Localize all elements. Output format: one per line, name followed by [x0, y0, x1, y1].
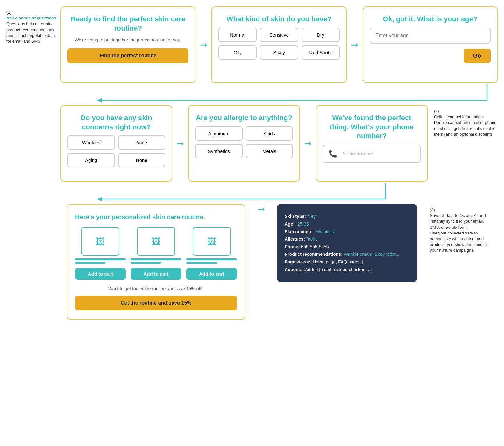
data-pageviews: Page views: [Home page, FAQ page...] [285, 258, 409, 266]
arrow-1-2: ➞ [195, 40, 211, 50]
skin-btn-redspots[interactable]: Red Spots [302, 45, 340, 60]
skin-btn-scaly[interactable]: Scaly [260, 45, 298, 60]
annotation-1: (1) Ask a series of questions: Questions… [6, 6, 60, 44]
data-products-value: Wrinkle cream, Body lotion... [344, 252, 401, 257]
step-1-num: (1) [6, 10, 60, 15]
product-item-2: 🖼 Add to cart [131, 227, 181, 280]
skin-btn-sensitive[interactable]: Sensitive [260, 28, 298, 42]
data-card: Skin type: "Dry" Age: "25-35" Skin conce… [277, 204, 417, 282]
concern-btn-wrinkles[interactable]: Wrinkles [67, 135, 115, 150]
data-allergies-label: Allergies: [285, 236, 306, 241]
get-routine-button[interactable]: Get the routine and save 15% [75, 296, 237, 310]
svg-marker-2 [97, 98, 102, 103]
card-skin-title: What kind of skin do you have? [218, 15, 339, 24]
results-card: Here's your personalized skin care routi… [67, 204, 245, 320]
data-skin-label: Skin type: [285, 214, 307, 219]
allergy-btn-synthetics[interactable]: Synthetics [195, 144, 243, 158]
concern-btn-aging[interactable]: Aging [67, 153, 115, 167]
product-line-2b [131, 262, 161, 264]
data-concern-value: "Wrinkles" [315, 229, 335, 234]
arrow-right-icon: ➞ [200, 40, 207, 50]
go-button[interactable]: Go [464, 49, 491, 63]
row2-to-row3-connector [60, 182, 498, 204]
product-line-1b [75, 262, 105, 264]
arrow-right-icon-5: ➞ [258, 204, 265, 214]
data-concern-label: Skin concern: [285, 229, 315, 234]
step-2-num: (2) [434, 108, 498, 114]
data-age-label: Age: [285, 221, 296, 227]
product-line-1a [75, 258, 126, 260]
arrow-4-5: ➞ [172, 138, 188, 149]
data-actions-value: [Added to cart, started checkout...] [304, 267, 372, 272]
arrow-5-6: ➞ [300, 138, 316, 149]
svg-marker-5 [97, 197, 102, 201]
product-line-3b [186, 262, 217, 264]
product-img-icon-1: 🖼 [96, 236, 105, 247]
allergy-btn-acids[interactable]: Acids [246, 126, 293, 141]
card-concerns: Do you have any skin concerns right now?… [60, 105, 172, 182]
results-to-data-arrow: ➞ [252, 204, 271, 214]
card-intro-title: Ready to find the perfect skin care rout… [67, 15, 188, 33]
data-age-value: "25-35" [296, 221, 310, 227]
concern-btn-acne[interactable]: Acne [118, 135, 166, 150]
add-to-cart-btn-2[interactable]: Add to cart [131, 268, 181, 280]
concerns-grid: Wrinkles Acne Aging None [67, 135, 165, 167]
row-2: Do you have any skin concerns right now?… [6, 105, 498, 182]
annotation-2: (2) Collect contact information: People … [434, 105, 498, 137]
step-2-title: Collect contact information: [434, 114, 498, 120]
product-item-3: 🖼 Add to cart [186, 227, 237, 280]
card-allergies-title: Are you allergic to anything? [195, 113, 293, 123]
phone-icon: 📞 [329, 150, 337, 158]
skin-btn-dry[interactable]: Dry [302, 28, 340, 42]
phone-placeholder: Phone number [340, 151, 374, 157]
data-pageviews-label: Page views: [285, 259, 311, 264]
row-3: Here's your personalized skin care routi… [6, 204, 498, 320]
arrow-right-icon-3: ➞ [177, 138, 184, 149]
data-age: Age: "25-35" [285, 220, 409, 228]
data-allergies: Allergies: "none" [285, 235, 409, 243]
skin-btn-normal[interactable]: Normal [218, 28, 257, 42]
find-routine-button[interactable]: Find the perfect routine [67, 48, 188, 63]
main-container: (1) Ask a series of questions: Questions… [6, 6, 498, 320]
connector-svg-2 [60, 182, 498, 204]
skin-type-grid: Normal Sensitive Dry Oily Scaly Red Spot… [218, 28, 339, 60]
step-1-title: Ask a series of questions: [6, 15, 60, 21]
skin-btn-oily[interactable]: Oily [218, 45, 257, 60]
add-to-cart-btn-1[interactable]: Add to cart [75, 268, 126, 280]
product-lines-2 [131, 258, 181, 265]
arrow-right-icon-4: ➞ [304, 138, 312, 149]
step-3-body: Use your collected data to personalize w… [430, 230, 493, 254]
arrow-right-icon-2: ➞ [351, 40, 358, 50]
allergy-btn-aluminum[interactable]: Aluminum [195, 126, 243, 141]
product-line-2a [131, 258, 181, 260]
cards-row-2: Do you have any skin concerns right now?… [60, 105, 428, 182]
allergy-btn-metals[interactable]: Metals [246, 144, 293, 158]
card-intro-subtitle: We're going to put together the perfect … [67, 37, 188, 43]
product-lines-1 [75, 258, 126, 265]
data-actions: Actions: [Added to cart, started checkou… [285, 266, 409, 274]
product-image-2: 🖼 [137, 227, 175, 256]
step-1-body: Questions help determine product recomme… [6, 21, 60, 44]
product-image-3: 🖼 [193, 227, 231, 256]
add-to-cart-btn-3[interactable]: Add to cart [186, 268, 237, 280]
connector-svg-1 [60, 83, 498, 105]
step-3-num: (3) [430, 207, 493, 213]
row-1: (1) Ask a series of questions: Questions… [6, 6, 498, 83]
data-concern: Skin concern: "Wrinkles" [285, 228, 409, 236]
phone-input-wrapper: 📞 Phone number [323, 145, 421, 163]
product-image-1: 🖼 [81, 227, 119, 256]
card-skin-type: What kind of skin do you have? Normal Se… [211, 6, 346, 83]
data-pageviews-value: [Home page, FAQ page...] [311, 259, 363, 264]
allergies-grid: Aluminum Acids Synthetics Metals [195, 126, 293, 158]
product-img-icon-2: 🖼 [152, 236, 160, 247]
concern-btn-none[interactable]: None [118, 153, 166, 167]
step-2-body: People can submit email or phone number … [434, 120, 498, 137]
age-input[interactable] [370, 28, 491, 44]
cards-row-1: Ready to find the perfect skin care rout… [60, 6, 498, 83]
product-row: 🖼 Add to cart 🖼 [75, 227, 237, 280]
step-3-title: Save all data to Octane AI and instantly… [430, 213, 493, 230]
card-allergies: Are you allergic to anything? Aluminum A… [188, 105, 300, 182]
card-age-title: Ok, got it. What is your age? [370, 15, 491, 24]
data-phone-label: Phone: [285, 244, 301, 249]
results-title: Here's your personalized skin care routi… [75, 213, 237, 221]
